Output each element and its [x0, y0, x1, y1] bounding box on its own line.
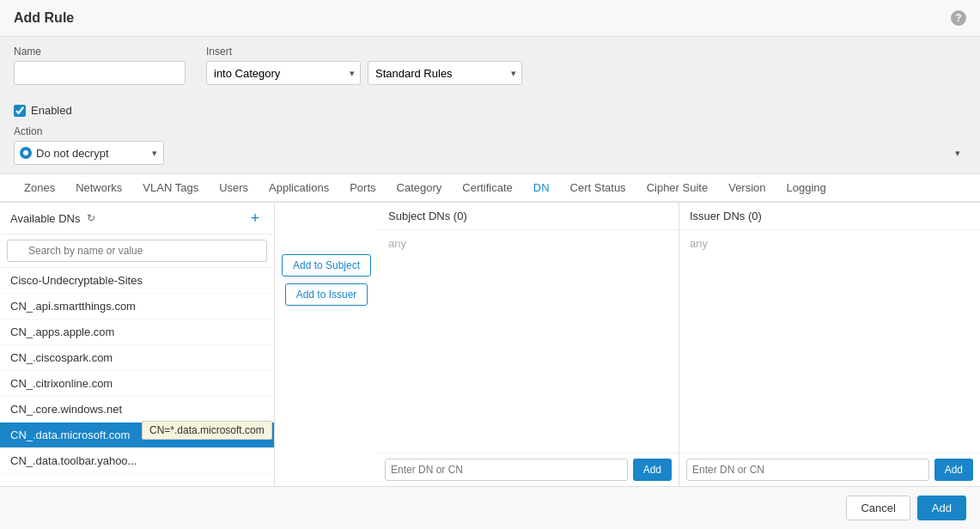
issuer-dns-body: any [679, 230, 980, 453]
tabs-bar: Zones Networks VLAN Tags Users Applicati… [0, 174, 980, 203]
subject-dn-input[interactable] [385, 459, 628, 481]
dn-item[interactable]: CN_.apps.apple.com [0, 319, 274, 345]
tab-networks[interactable]: Networks [65, 174, 132, 203]
action-icon [20, 147, 32, 159]
content-area: Available DNs ↻ + Cisco-Undecryptable-Si… [0, 203, 980, 486]
available-dns-header: Available DNs ↻ + [0, 203, 274, 234]
action-row: Action Do not decrypt [0, 122, 980, 174]
action-text: Do not decrypt [36, 147, 109, 160]
insert-label: Insert [206, 46, 522, 58]
search-wrapper [7, 240, 267, 262]
add-to-issuer-button[interactable]: Add to Issuer [285, 283, 368, 306]
insert-category-select[interactable]: into Category before Rule after Rule [206, 61, 361, 85]
subject-dns-panel: Subject DNs (0) any Add [378, 203, 679, 486]
tab-applications[interactable]: Applications [259, 174, 339, 203]
issuer-dns-header: Issuer DNs (0) [679, 203, 980, 230]
tab-cert-status[interactable]: Cert Status [560, 174, 636, 203]
subject-dns-body: any [378, 230, 679, 453]
tab-zones[interactable]: Zones [14, 174, 65, 203]
add-button[interactable]: Add [917, 496, 966, 520]
tab-vlan-tags[interactable]: VLAN Tags [132, 174, 209, 203]
cancel-button[interactable]: Cancel [846, 496, 910, 520]
name-group: Name Enabled [14, 46, 186, 117]
dn-item[interactable]: CN_.api.smartthings.com [0, 294, 274, 319]
tab-ports[interactable]: Ports [339, 174, 386, 203]
refresh-icon[interactable]: ↻ [85, 212, 97, 224]
add-dn-list-button[interactable]: + [247, 210, 264, 227]
insert-category-wrapper: into Category before Rule after Rule [206, 61, 361, 85]
tab-category[interactable]: Category [387, 174, 453, 203]
available-dns-panel: Available DNs ↻ + Cisco-Undecryptable-Si… [0, 203, 275, 486]
dn-item[interactable]: CN_.ciscospark.com [0, 345, 274, 371]
subject-dns-footer: Add [378, 453, 679, 486]
action-label: Action [14, 125, 966, 137]
dn-item[interactable]: Cisco-Undecryptable-Sites [0, 268, 274, 294]
help-icon[interactable]: ? [951, 10, 966, 26]
dialog-footer: Cancel Add [0, 486, 980, 529]
name-input[interactable] [14, 61, 186, 85]
insert-group: Insert into Category before Rule after R… [206, 46, 522, 85]
name-label: Name [14, 46, 186, 58]
issuer-dns-placeholder: any [690, 237, 708, 250]
enabled-label: Enabled [31, 104, 72, 117]
search-box-wrapper [0, 234, 274, 268]
tab-version[interactable]: Version [718, 174, 776, 203]
insert-row: into Category before Rule after Rule Sta… [206, 61, 522, 85]
dn-item[interactable]: CN_.citrixonline.com [0, 371, 274, 397]
issuer-dns-panel: Issuer DNs (0) any Add [679, 203, 980, 486]
tab-logging[interactable]: Logging [776, 174, 837, 203]
add-rule-dialog: Add Rule ? Name Enabled Insert into Cate… [0, 0, 980, 529]
dn-list: Cisco-Undecryptable-Sites CN_.api.smartt… [0, 268, 274, 486]
issuer-add-button[interactable]: Add [934, 459, 973, 481]
enabled-checkbox[interactable] [14, 105, 26, 117]
action-group: Action Do not decrypt [14, 125, 966, 165]
dn-item-selected[interactable]: CN_.data.microsoft.com [0, 423, 274, 448]
tab-users[interactable]: Users [209, 174, 259, 203]
action-select[interactable]: Do not decrypt [14, 141, 164, 165]
available-dns-title: Available DNs ↻ [10, 212, 97, 225]
subject-add-button[interactable]: Add [633, 459, 672, 481]
tab-dn[interactable]: DN [523, 174, 560, 203]
standard-rules-wrapper: Standard Rules Mandatory Rules Default R… [368, 61, 522, 85]
enabled-row: Enabled [14, 104, 186, 117]
dn-item[interactable]: CN_.core.windows.net [0, 397, 274, 423]
subject-dns-placeholder: any [388, 237, 406, 250]
action-select-wrapper: Do not decrypt [14, 141, 966, 165]
issuer-dn-input[interactable] [686, 459, 929, 481]
dialog-header: Add Rule ? [0, 0, 980, 37]
search-input[interactable] [7, 240, 267, 262]
form-top-row: Name Enabled Insert into Category before… [0, 37, 980, 122]
standard-rules-select[interactable]: Standard Rules Mandatory Rules Default R… [368, 61, 522, 85]
right-panels: Subject DNs (0) any Add Issuer DNs (0) a… [378, 203, 980, 486]
middle-buttons: Add to Subject Add to Issuer [275, 203, 378, 486]
dn-item[interactable]: CN_.data.toolbar.yahoo... [0, 448, 274, 474]
subject-dns-header: Subject DNs (0) [378, 203, 679, 230]
issuer-dns-footer: Add [679, 453, 980, 486]
available-dns-title-text: Available DNs [10, 212, 80, 225]
tab-cipher-suite[interactable]: Cipher Suite [636, 174, 719, 203]
dialog-title: Add Rule [14, 10, 74, 26]
add-to-subject-button[interactable]: Add to Subject [282, 254, 371, 277]
tab-certificate[interactable]: Certificate [452, 174, 523, 203]
